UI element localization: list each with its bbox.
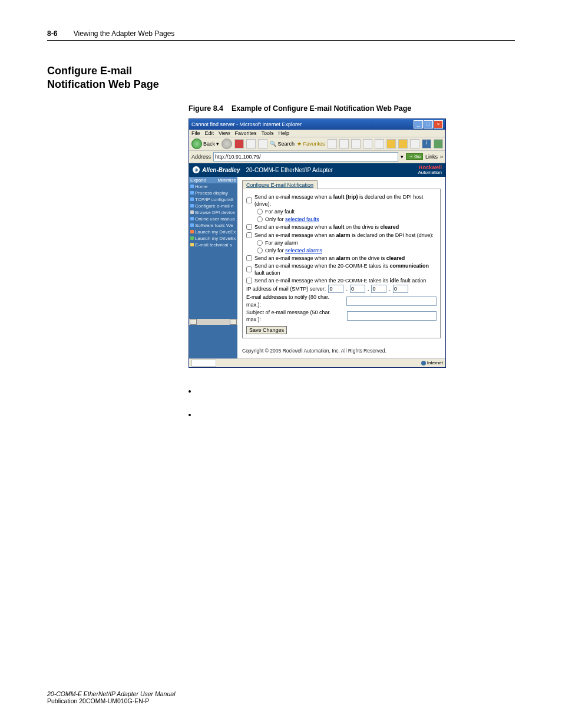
favorites-button[interactable]: ★ Favorites	[297, 141, 325, 147]
nav-icon	[190, 243, 194, 246]
ip-label: IP address of mail (SMTP) server:	[246, 285, 326, 292]
rb-selected-alarms[interactable]	[257, 248, 263, 253]
rb-any-fault[interactable]	[257, 209, 263, 215]
sidebar-item-label: Launch my DriveEx	[195, 236, 236, 241]
ip-octet-2[interactable]	[350, 285, 365, 293]
history-icon[interactable]	[328, 139, 337, 149]
sidebar: Expand Minimize HomeProcess displayTCP/I…	[189, 177, 237, 358]
addr-dropdown-icon[interactable]: ▾	[401, 154, 404, 160]
zone-text: Internet	[427, 360, 443, 365]
page-number: 8-6	[47, 29, 57, 38]
sidebar-item-label: Home	[195, 184, 207, 189]
tool-icon-4[interactable]	[434, 139, 443, 149]
close-button[interactable]: ×	[434, 120, 443, 129]
rb-selected-faults[interactable]	[257, 216, 263, 222]
back-button[interactable]: Back ▾	[191, 139, 219, 149]
links-label[interactable]: Links	[425, 154, 438, 160]
bullet-1	[197, 386, 495, 396]
sidebar-item-label: Online user manua	[195, 216, 235, 222]
product-title: 20-COMM-E EtherNet/IP Adapter	[246, 167, 333, 173]
ip-octet-3[interactable]	[371, 285, 386, 293]
ip-octet-1[interactable]	[328, 285, 343, 293]
cb-alarm-cleared[interactable]	[246, 255, 252, 261]
window-title: Cannot find server - Microsoft Internet …	[191, 121, 302, 127]
subject-input[interactable]	[347, 311, 437, 321]
expand-link[interactable]: Expand	[190, 177, 206, 183]
sidebar-item-label: Configure e-mail n	[195, 203, 233, 209]
sidebar-item[interactable]: Launch my DriveEx	[189, 235, 237, 242]
forward-button[interactable]	[222, 139, 232, 149]
status-bar: Internet	[189, 358, 445, 367]
toolbar: Back ▾ 🔍 Search ★ Favorites i	[189, 137, 445, 151]
menu-bar: File Edit View Favorites Tools Help	[189, 130, 445, 137]
home-icon[interactable]	[258, 139, 267, 149]
rb-any-alarm[interactable]	[257, 240, 263, 246]
sidebar-item[interactable]: TCP/IP configurati	[189, 196, 237, 203]
sidebar-item[interactable]: Home	[189, 183, 237, 190]
cb-alarm-declared[interactable]	[246, 232, 252, 238]
following-block	[189, 386, 495, 420]
maximize-button[interactable]: □	[424, 120, 433, 129]
ip-octet-4[interactable]	[393, 285, 408, 293]
stop-icon[interactable]	[234, 139, 244, 149]
menu-edit[interactable]: Edit	[205, 130, 214, 136]
ab-logo-icon: ⊕	[193, 166, 200, 173]
minimize-link[interactable]: Minimize	[217, 177, 236, 183]
menu-favorites[interactable]: Favorites	[234, 130, 256, 136]
email-addr-label: E-mail addresses to notify (80 char. max…	[246, 294, 344, 308]
tab-configure-email[interactable]: Configure E-mail Notification	[242, 180, 318, 189]
save-changes-button[interactable]: Save Changes	[246, 326, 287, 334]
menu-file[interactable]: File	[191, 130, 200, 136]
email-addresses-input[interactable]	[346, 297, 437, 306]
info-icon[interactable]: i	[422, 139, 431, 149]
menu-view[interactable]: View	[219, 130, 230, 136]
brand-text: Allen-Bradley	[202, 167, 240, 173]
print-icon[interactable]	[351, 139, 361, 149]
nav-icon	[190, 204, 194, 207]
cb-fault-trip[interactable]	[246, 197, 252, 203]
sidebar-item[interactable]: Software tools We	[189, 222, 237, 229]
mail-icon[interactable]	[339, 139, 349, 149]
sidebar-scrollbar[interactable]: ◂ ▸	[189, 319, 237, 325]
section-heading: Configure E-mail Notification Web Page	[47, 64, 189, 92]
cb-fault-cleared[interactable]	[246, 224, 252, 230]
scroll-right-icon[interactable]: ▸	[230, 319, 237, 325]
tool-icon-3[interactable]	[410, 139, 419, 149]
search-button[interactable]: 🔍 Search	[270, 141, 295, 147]
menu-tools[interactable]: Tools	[261, 130, 273, 136]
sidebar-item-label: Launch my DriveEx	[195, 229, 236, 235]
subject-label: Subject of e-mail message (50 char. max.…	[246, 309, 345, 323]
nav-icon	[190, 185, 194, 188]
sidebar-item-label: Process display	[195, 190, 228, 196]
edit-icon[interactable]	[363, 139, 372, 149]
sidebar-item[interactable]: Online user manua	[189, 216, 237, 222]
sidebar-item[interactable]: E-mail technical s	[189, 242, 237, 248]
selected-faults-link[interactable]: selected faults	[285, 216, 319, 222]
address-bar: Address ▾ → Go Links »	[189, 151, 445, 163]
go-button[interactable]: → Go	[406, 153, 423, 160]
address-label: Address	[191, 154, 211, 160]
refresh-icon[interactable]	[246, 139, 256, 149]
nav-icon	[190, 236, 194, 240]
address-input[interactable]	[213, 152, 398, 162]
sidebar-item[interactable]: Launch my DriveEx	[189, 229, 237, 235]
sidebar-item[interactable]: Browse DPI device	[189, 209, 237, 216]
discuss-icon[interactable]	[375, 139, 384, 149]
menu-help[interactable]: Help	[278, 130, 289, 136]
product-header: ⊕ Allen-Bradley 20-COMM-E EtherNet/IP Ad…	[189, 163, 445, 177]
nav-icon	[190, 191, 194, 195]
minimize-button[interactable]: _	[414, 120, 423, 129]
links-chevron-icon[interactable]: »	[440, 154, 443, 160]
cb-comm-fault[interactable]	[246, 266, 252, 272]
tool-icon[interactable]	[386, 139, 396, 149]
sidebar-item[interactable]: Process display	[189, 190, 237, 196]
cb-idle-fault[interactable]	[246, 278, 252, 284]
page-footer: 20-COMM-E EtherNet/IP Adapter User Manua…	[47, 690, 175, 704]
main-content: Configure E-mail Notification Send an e-…	[237, 177, 445, 358]
sidebar-item[interactable]: Configure e-mail n	[189, 203, 237, 209]
nav-icon	[190, 223, 194, 227]
selected-alarms-link[interactable]: selected alarms	[285, 248, 322, 253]
tool-icon-2[interactable]	[398, 139, 408, 149]
rockwell-logo: Rockwell Automation	[418, 165, 442, 175]
scroll-left-icon[interactable]: ◂	[190, 319, 197, 325]
